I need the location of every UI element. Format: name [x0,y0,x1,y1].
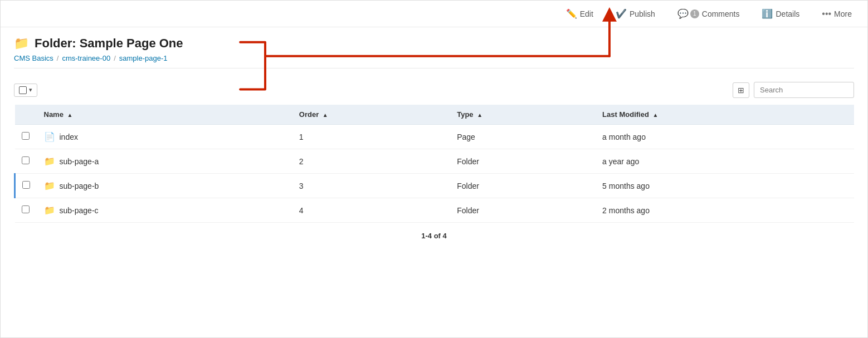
edit-icon: ✏️ [566,8,577,19]
order-sort-arrow: ▲ [323,112,328,118]
row-last-modified: 5 months ago [596,174,854,198]
select-all-dropdown[interactable]: ▾ [14,84,37,97]
comments-badge: 1 [690,9,699,18]
right-toolbar: ⊞ [733,82,854,98]
page-icon: 📄 [44,131,55,142]
folder-icon: 📁 [44,205,55,215]
breadcrumb-current: sample-page-1 [119,54,168,62]
th-checkbox [15,105,37,125]
edit-button[interactable]: ✏️ Edit [562,6,598,21]
th-last-modified[interactable]: Last Modified ▲ [596,105,854,125]
row-checkbox[interactable] [22,132,30,140]
breadcrumb-sep-2: / [114,54,116,62]
more-label: More [834,9,852,18]
th-type[interactable]: Type ▲ [450,105,596,125]
type-sort-arrow: ▲ [477,112,482,118]
th-order[interactable]: Order ▲ [292,105,450,125]
table-row: 📁sub-page-c4Folder2 months ago [15,198,855,223]
row-order: 2 [292,149,450,174]
top-toolbar: ✏️ Edit ✔️ Publish 💬 1 Comments ℹ️ Detai… [1,1,867,27]
details-button[interactable]: ℹ️ Details [757,6,804,21]
row-checkbox[interactable] [22,156,30,164]
row-name[interactable]: index [60,133,78,141]
folder-icon: 📁 [44,180,55,191]
select-all-checkbox [19,86,27,94]
comments-button[interactable]: 💬 1 Comments [673,6,744,21]
publish-icon: ✔️ [616,8,627,19]
search-input[interactable] [754,82,854,98]
breadcrumb-sep-1: / [57,54,59,62]
details-label: Details [776,9,799,18]
row-type: Folder [450,198,596,223]
row-order: 1 [292,125,450,149]
last-modified-sort-arrow: ▲ [653,112,659,118]
comments-icon: 💬 [677,8,689,19]
table-row: 📄index1Pagea month ago [15,125,855,149]
table-header-row: Name ▲ Order ▲ Type ▲ Last Modified ▲ [15,105,855,125]
breadcrumb: CMS Basics / cms-trainee-00 / sample-pag… [14,54,854,68]
breadcrumb-cms-trainee[interactable]: cms-trainee-00 [62,54,110,62]
page-header: 📁 Folder: Sample Page One CMS Basics / c… [1,27,867,73]
row-checkbox[interactable] [22,181,30,189]
edit-label: Edit [580,9,593,18]
pagination: 1-4 of 4 [14,223,854,249]
publish-button[interactable]: ✔️ Publish [611,6,660,21]
more-icon: ••• [822,9,831,19]
page-title: Folder: Sample Page One [35,36,183,51]
name-sort-arrow: ▲ [67,112,73,118]
comments-label: Comments [702,9,740,18]
publish-label: Publish [630,9,655,18]
row-type: Page [450,125,596,149]
folder-icon: 📁 [14,36,29,51]
row-name[interactable]: sub-page-b [60,182,99,190]
row-last-modified: 2 months ago [596,198,854,223]
details-icon: ℹ️ [762,8,773,19]
th-name[interactable]: Name ▲ [37,105,292,125]
breadcrumb-cms-basics[interactable]: CMS Basics [14,54,53,62]
row-last-modified: a month ago [596,125,854,149]
more-button[interactable]: ••• More [817,7,856,21]
grid-icon: ⊞ [738,86,744,95]
file-table: Name ▲ Order ▲ Type ▲ Last Modified ▲ [14,105,854,223]
row-name[interactable]: sub-page-c [60,206,99,215]
row-order: 4 [292,198,450,223]
table-row: 📁sub-page-a2Foldera year ago [15,149,855,174]
grid-view-button[interactable]: ⊞ [733,82,749,98]
folder-icon: 📁 [44,156,55,166]
content-area: ▾ ⊞ Name ▲ Order ▲ [1,73,867,258]
row-type: Folder [450,149,596,174]
row-checkbox[interactable] [22,205,30,213]
row-type: Folder [450,174,596,198]
chevron-down-icon: ▾ [29,86,32,94]
table-row: 📁sub-page-b3Folder5 months ago [15,174,855,198]
row-name[interactable]: sub-page-a [60,157,99,166]
pagination-text: 1-4 of 4 [421,232,447,240]
row-order: 3 [292,174,450,198]
row-last-modified: a year ago [596,149,854,174]
list-toolbar: ▾ ⊞ [14,82,854,98]
